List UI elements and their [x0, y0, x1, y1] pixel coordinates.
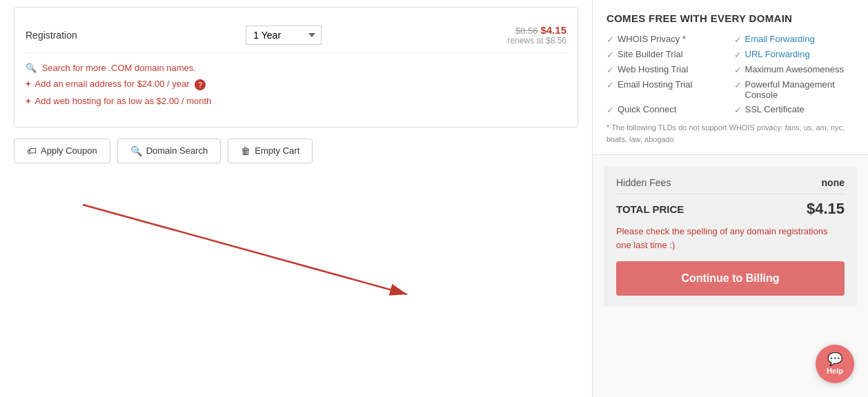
- free-title: COMES FREE WITH EVERY DOMAIN: [606, 12, 854, 24]
- feature-email-hosting-label: Email Hosting Trial: [618, 79, 692, 90]
- domain-search-label: Domain Search: [146, 145, 208, 156]
- check-url-fwd-icon: ✓: [734, 50, 742, 60]
- empty-cart-button[interactable]: 🗑 Empty Cart: [228, 139, 313, 163]
- feature-whois-label: WHOIS Privacy *: [618, 34, 686, 44]
- feature-quick-connect-label: Quick Connect: [618, 104, 676, 114]
- hidden-fees-label: Hidden Fees: [616, 177, 671, 188]
- feature-max-awesome-label: Maximum Awesomeness: [745, 64, 845, 74]
- link-hosting-row: + Add web hosting for as low as $2.00 / …: [26, 96, 566, 106]
- left-panel: Registration 1 Year 2 Years 3 Years 5 Ye…: [0, 0, 592, 397]
- feature-url-forwarding: ✓ URL Forwarding: [734, 49, 855, 60]
- feature-web-hosting: ✓ Web Hosting Trial: [606, 64, 727, 75]
- apply-coupon-label: Apply Coupon: [41, 145, 97, 156]
- apply-coupon-button[interactable]: 🏷 Apply Coupon: [14, 139, 110, 163]
- feature-site-builder: ✓ Site Builder Trial: [606, 49, 727, 60]
- svg-line-1: [83, 205, 407, 294]
- help-email-icon[interactable]: ?: [195, 79, 206, 90]
- email-forwarding-link[interactable]: Email Forwarding: [745, 34, 815, 44]
- check-powerful-mgmt-icon: ✓: [734, 80, 742, 90]
- check-ssl-icon: ✓: [734, 105, 742, 115]
- feature-ssl-label: SSL Certificate: [745, 104, 805, 114]
- right-panel: COMES FREE WITH EVERY DOMAIN ✓ WHOIS Pri…: [592, 0, 868, 397]
- arrow-svg: [69, 184, 428, 308]
- help-bubble[interactable]: 💬 Help: [816, 345, 854, 383]
- feature-web-hosting-label: Web Hosting Trial: [618, 64, 688, 74]
- check-max-awesome-icon: ✓: [734, 65, 742, 75]
- total-label: TOTAL PRICE: [616, 203, 684, 215]
- trash-icon: 🗑: [241, 145, 250, 156]
- url-forwarding-link[interactable]: URL Forwarding: [745, 49, 810, 59]
- link-email-row: + Add an email address for $24.00 / year…: [26, 79, 566, 90]
- plus-email-icon: +: [26, 79, 31, 89]
- price-new: $4.15: [540, 24, 566, 36]
- hidden-fees-row: Hidden Fees none: [616, 177, 845, 188]
- continue-billing-button[interactable]: Continue to Billing: [616, 261, 845, 296]
- year-select[interactable]: 1 Year 2 Years 3 Years 5 Years: [246, 26, 322, 45]
- feature-email-forwarding: ✓ Email Forwarding: [734, 34, 855, 45]
- registration-label: Registration: [26, 30, 77, 41]
- search-domain-link[interactable]: Search for more .COM domain names.: [42, 63, 196, 73]
- price-col: $8.56 $4.15 renews at $8.56: [491, 24, 566, 45]
- check-email-fwd-icon: ✓: [734, 34, 742, 45]
- price-old: $8.56: [515, 26, 538, 36]
- registration-row: Registration 1 Year 2 Years 3 Years 5 Ye…: [26, 17, 566, 53]
- price-renews: renews at $8.56: [491, 36, 566, 45]
- empty-cart-label: Empty Cart: [255, 145, 299, 156]
- features-grid: ✓ WHOIS Privacy * ✓ Email Forwarding ✓ S…: [606, 34, 854, 115]
- feature-ssl-cert: ✓ SSL Certificate: [734, 104, 855, 115]
- whois-note: * The following TLDs do not support WHOI…: [606, 122, 854, 145]
- check-web-hosting-icon: ✓: [606, 65, 614, 75]
- feature-site-builder-label: Site Builder Trial: [618, 49, 683, 59]
- help-bubble-icon: 💬: [827, 353, 842, 365]
- cart-box: Registration 1 Year 2 Years 3 Years 5 Ye…: [14, 7, 578, 128]
- total-price-row: TOTAL PRICE $4.15: [616, 194, 845, 218]
- add-email-link[interactable]: Add an email address for $24.00 / year: [35, 79, 190, 89]
- domain-search-button[interactable]: 🔍 Domain Search: [117, 139, 221, 163]
- check-quick-connect-icon: ✓: [606, 105, 614, 115]
- year-select-wrap: 1 Year 2 Years 3 Years 5 Years: [246, 26, 322, 45]
- hidden-fees-value: none: [822, 177, 845, 188]
- total-price: $4.15: [807, 200, 845, 218]
- arrow-area: [14, 163, 578, 315]
- help-bubble-label: Help: [827, 367, 843, 375]
- action-buttons: 🏷 Apply Coupon 🔍 Domain Search 🗑 Empty C…: [14, 139, 578, 163]
- free-features-section: COMES FREE WITH EVERY DOMAIN ✓ WHOIS Pri…: [593, 0, 868, 155]
- links-section: 🔍 Search for more .COM domain names. + A…: [26, 53, 566, 116]
- check-site-builder-icon: ✓: [606, 50, 614, 60]
- feature-powerful-mgmt: ✓ Powerful Management Console: [734, 79, 855, 100]
- spelling-note: Please check the spelling of any domain …: [616, 225, 845, 252]
- feature-powerful-mgmt-label: Powerful Management Console: [745, 79, 855, 100]
- search-small-icon: 🔍: [26, 63, 37, 73]
- link-search-row: 🔍 Search for more .COM domain names.: [26, 63, 566, 73]
- check-whois-icon: ✓: [606, 34, 614, 45]
- coupon-icon: 🏷: [27, 145, 37, 156]
- feature-quick-connect: ✓ Quick Connect: [606, 104, 727, 115]
- add-hosting-link[interactable]: Add web hosting for as low as $2.00 / mo…: [35, 96, 212, 106]
- feature-email-hosting: ✓ Email Hosting Trial: [606, 79, 727, 100]
- pricing-box: Hidden Fees none TOTAL PRICE $4.15 Pleas…: [604, 166, 857, 307]
- feature-max-awesomeness: ✓ Maximum Awesomeness: [734, 64, 855, 75]
- domain-search-icon: 🔍: [130, 145, 142, 156]
- check-email-hosting-icon: ✓: [606, 80, 614, 90]
- feature-whois-privacy: ✓ WHOIS Privacy *: [606, 34, 727, 45]
- plus-hosting-icon: +: [26, 96, 31, 106]
